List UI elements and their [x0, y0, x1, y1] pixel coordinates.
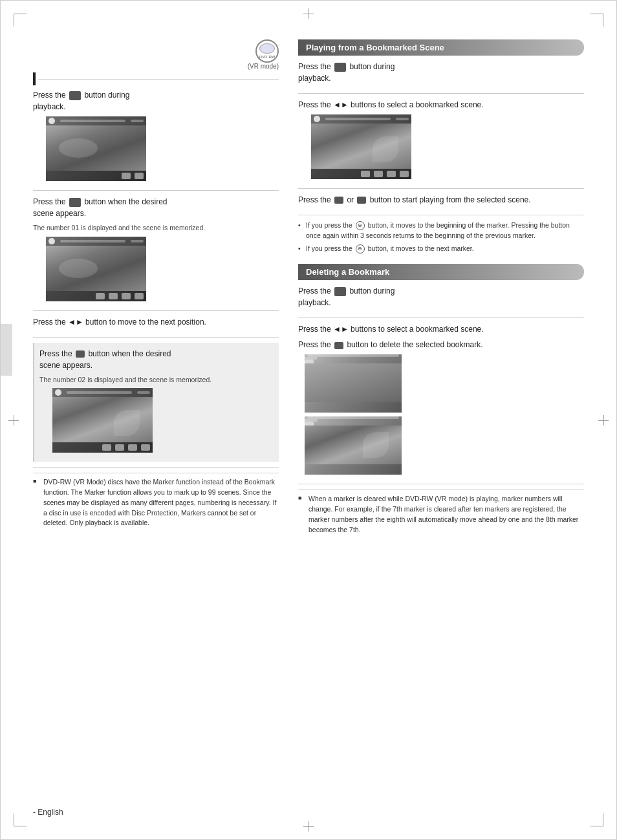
screen-btn-r2b — [374, 171, 383, 177]
right-note-item: When a marker is cleared while DVD-RW (V… — [298, 494, 584, 535]
screen-btn-1a — [122, 173, 131, 179]
screen-top-bar-1 — [46, 116, 146, 125]
screen-top-bar-d2 — [305, 416, 402, 422]
r-button-icon-1 — [334, 63, 346, 72]
left-step3-block: Press the ◄► button to move to the next … — [33, 316, 279, 338]
screen-btn-r2a — [361, 171, 370, 177]
screen-btn-2a — [96, 293, 105, 299]
left-step1-block: Press the button during playback. — [33, 89, 279, 191]
screen-bottom-bar-4 — [52, 442, 153, 453]
birds-background-1 — [46, 125, 146, 171]
button-icon-1 — [69, 91, 81, 100]
screen-icon-r2 — [314, 116, 320, 122]
left-center-cross — [8, 415, 19, 425]
screen-top-bar-4 — [52, 388, 153, 397]
corner-mark-tl — [14, 14, 27, 27]
right-step3-text: Press the or button to start playing fro… — [298, 194, 584, 206]
left-column: (VR mode) Press the button during playba… — [33, 39, 279, 537]
bottom-center-cross — [303, 821, 314, 832]
screen-image-d1 — [305, 354, 402, 413]
vr-mode-icon-wrap: (VR mode) — [33, 39, 279, 70]
screen-bottom-bar-r2 — [311, 169, 411, 179]
screen-btn-4c — [128, 444, 137, 451]
left-step4-sub: The number 02 is displayed and the scene… — [39, 375, 274, 385]
screen-top-bar-r2 — [311, 114, 411, 124]
circle-icon-plus: ⊖ — [356, 244, 365, 253]
corner-mark-tr — [590, 14, 603, 27]
circle-icon-minus: ⊖ — [356, 221, 365, 230]
screen-image-4 — [52, 388, 153, 453]
left-note-item: DVD-RW (VR Mode) discs have the Marker f… — [33, 477, 279, 528]
r-button-icon-3a — [334, 197, 343, 204]
left-step2-block: Press the button when the desired scene … — [33, 196, 279, 311]
d-button-icon-1 — [334, 287, 346, 296]
right-step3-block: Press the or button to start playing fro… — [298, 194, 584, 215]
birds-background-2 — [46, 246, 146, 291]
screen-btn-4a — [102, 444, 111, 451]
screen-btn-r2d — [400, 171, 409, 177]
screen-icon-4 — [55, 389, 61, 396]
right-note-block: When a marker is cleared while DVD-RW (V… — [298, 490, 584, 535]
screen-icon-2 — [49, 238, 55, 244]
footer-language: - English — [33, 808, 63, 817]
vr-mode-label: (VR mode) — [33, 63, 279, 70]
screen-btn-2b — [109, 293, 118, 299]
screen-btn-4d — [141, 444, 150, 451]
button-icon-2 — [69, 198, 81, 207]
right-step1-block: Press the button during playback. — [298, 61, 584, 94]
dvd-rw-icon — [255, 39, 279, 63]
left-step4-text: Press the button when the desired scene … — [39, 348, 274, 371]
r-button-icon-3b — [357, 197, 366, 204]
right-column: Playing from a Bookmarked Scene Press th… — [298, 39, 584, 537]
screen-btn-r2c — [387, 171, 396, 177]
delete-step1-block: Press the button during playback. — [298, 285, 584, 318]
d-button-icon-3 — [334, 342, 343, 349]
section-marker-bar — [33, 72, 36, 85]
screen-image-d2 — [305, 416, 402, 475]
left-sidebar-tab — [1, 324, 12, 376]
delete-step3-text: Press the button to delete the selected … — [298, 339, 584, 350]
left-step1-text: Press the button during playback. — [33, 89, 279, 113]
delete-step1-text: Press the button during playback. — [298, 285, 584, 308]
page: (VR mode) Press the button during playba… — [0, 0, 617, 840]
screen-btn-2c — [122, 293, 131, 299]
butterfly-background-4 — [52, 397, 153, 442]
screen-image-1 — [46, 116, 146, 181]
screen-icon-1 — [49, 118, 55, 124]
right-step2-block: Press the ◄► buttons to select a bookmar… — [298, 99, 584, 189]
top-center-cross — [303, 8, 314, 19]
left-step4-block: Press the button when the desired scene … — [33, 343, 279, 468]
button-icon-4 — [76, 350, 85, 358]
left-step3-text: Press the ◄► button to move to the next … — [33, 316, 279, 328]
delete-step2-text: Press the ◄► buttons to select a bookmar… — [298, 323, 584, 335]
left-step2-sub: The number 01 is displayed and the scene… — [33, 223, 279, 233]
delete-step23-block: Press the ◄► buttons to select a bookmar… — [298, 323, 584, 484]
right-bullet-list: If you press the ⊖ button, it moves to t… — [298, 221, 584, 253]
butterfly-background-d2 — [305, 425, 402, 464]
right-step1-text: Press the button during playback. — [298, 61, 584, 84]
screen-top-bar-2 — [46, 237, 146, 246]
right-bullet-1: If you press the ⊖ button, it moves to t… — [298, 221, 584, 241]
screen-bottom-bar-2 — [46, 291, 146, 301]
two-screens-block — [305, 354, 584, 475]
screen-btn-4b — [115, 444, 124, 451]
section1-header: Playing from a Bookmarked Scene — [298, 39, 584, 56]
screen-bottom-bar-1 — [46, 171, 146, 181]
screen-btn-2d — [135, 293, 144, 299]
screen-btn-1b — [135, 173, 144, 179]
section2-header: Deleting a Bookmark — [298, 264, 584, 280]
right-bullet-2: If you press the ⊖ button, it moves to t… — [298, 244, 584, 254]
screen-image-2 — [46, 237, 146, 301]
corner-mark-bl — [14, 813, 27, 826]
left-step2-text: Press the button when the desired scene … — [33, 196, 279, 219]
screen-top-bar-d1 — [305, 354, 402, 360]
screen-image-r2 — [311, 114, 411, 179]
butterfly-background-r2 — [311, 124, 411, 169]
right-step2-text: Press the ◄► buttons to select a bookmar… — [298, 99, 584, 111]
left-note-block: DVD-RW (VR Mode) discs have the Marker f… — [33, 473, 279, 528]
right-center-cross — [598, 415, 609, 425]
corner-mark-br — [590, 813, 603, 826]
